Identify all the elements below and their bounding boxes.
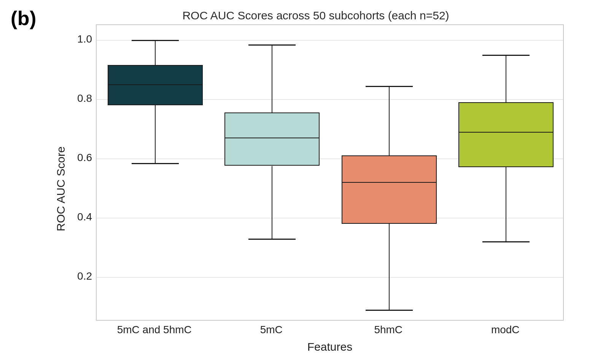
boxplot-modc (458, 25, 554, 321)
y-tick-label: 0.4 (77, 211, 92, 223)
x-tick-label: 5mC and 5hmC (117, 324, 192, 336)
x-tick-label: 5hmC (374, 324, 402, 336)
boxplot-5mc-and-5hmc (108, 25, 203, 321)
x-axis-label: Features (96, 340, 564, 353)
y-tick-label: 1.0 (77, 33, 92, 45)
x-tick-label: modC (491, 324, 520, 336)
boxplot-5hmc (342, 25, 437, 321)
boxplot-chart: ROC AUC Scores across 50 subcohorts (eac… (49, 9, 582, 359)
panel-label: (b) (11, 7, 37, 30)
y-tick-label: 0.8 (77, 92, 92, 104)
chart-title: ROC AUC Scores across 50 subcohorts (eac… (49, 9, 582, 22)
x-tick-label: 5mC (260, 324, 283, 336)
plot-area (96, 24, 564, 321)
y-tick-label: 0.6 (77, 152, 92, 164)
y-axis-label: ROC AUC Score (54, 146, 67, 231)
boxplot-5mc (224, 25, 320, 321)
y-tick-label: 0.2 (77, 270, 92, 282)
x-axis-ticks: 5mC and 5hmC5mC5hmCmodC (96, 321, 564, 338)
y-axis-ticks: 0.20.40.60.81.0 (72, 24, 96, 321)
